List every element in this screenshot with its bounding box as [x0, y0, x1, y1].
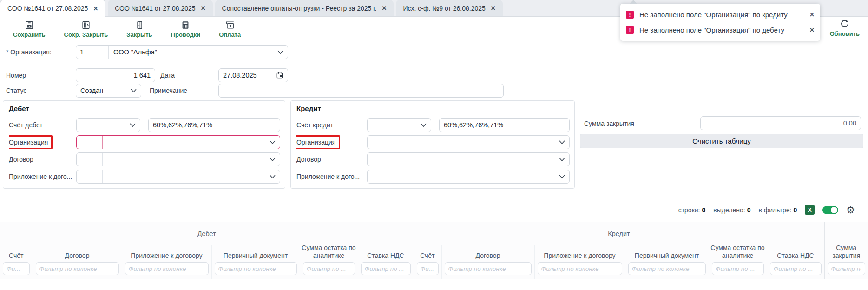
close-button[interactable]: Закрыть	[126, 20, 152, 38]
date-input[interactable]: 27.08.2025	[218, 68, 288, 82]
tab-label: СОО №1641 от 27.08.2025	[115, 5, 195, 12]
close-label: Закрыть	[126, 31, 152, 38]
error-icon: !	[626, 26, 634, 34]
notification-text: Не заполнено поле "Организация" по дебет…	[639, 26, 784, 34]
chevron-down-icon	[270, 153, 280, 166]
excel-export-icon[interactable]: X	[805, 205, 815, 215]
clear-table-button[interactable]: Очистить таблицу	[580, 134, 863, 148]
notification-close-icon[interactable]: ✕	[807, 26, 815, 33]
postings-button[interactable]: Проводки	[171, 20, 201, 38]
credit-contract-select[interactable]	[367, 152, 570, 166]
tab-close-icon[interactable]: ✕	[201, 5, 206, 12]
debit-contract-select[interactable]	[76, 152, 280, 166]
credit-account-select[interactable]	[367, 118, 431, 132]
column-header[interactable]: Первичный документ	[211, 245, 300, 279]
column-header[interactable]: Сумма остатка по аналитике	[709, 245, 767, 279]
tab-invoice[interactable]: Исх. с-ф. №9 от 26.08.2025 ✕	[396, 0, 502, 16]
column-filter-input[interactable]	[215, 262, 297, 275]
tab-close-icon[interactable]: ✕	[382, 5, 387, 12]
column-filter-input[interactable]	[628, 262, 706, 275]
save-close-button[interactable]: Сохр. Закрыть	[64, 20, 108, 38]
organization-code: 1	[76, 46, 109, 59]
closing-sum-input[interactable]	[700, 116, 861, 130]
notification-text: Не заполнено поле "Организация" по креди…	[639, 11, 788, 19]
debit-account-label: Счёт дебет	[9, 121, 76, 129]
column-header[interactable]: Договор	[441, 245, 534, 279]
app-window: { "tabs": [ {"label": "СОО №1641 от 27.0…	[0, 0, 868, 290]
number-input[interactable]	[76, 68, 155, 82]
number-label: Номер	[6, 72, 26, 79]
debit-annex-select[interactable]	[76, 170, 280, 184]
column-header[interactable]: Приложение к договору	[534, 245, 625, 279]
credit-annex-label: Приложение к дого...	[296, 173, 367, 180]
column-filter-input[interactable]	[828, 262, 866, 275]
column-header[interactable]: Ставка НДС	[767, 245, 824, 279]
closing-sum-label: Сумма закрытия	[584, 120, 634, 127]
credit-account-mask-input[interactable]	[439, 118, 570, 132]
tab-label: СОО №1641 от 27.08.2025	[7, 5, 88, 12]
note-input[interactable]	[218, 84, 504, 98]
column-filter-input[interactable]	[303, 262, 355, 275]
debit-account-mask-input[interactable]	[148, 118, 280, 132]
payment-button[interactable]: Оплата	[219, 20, 241, 38]
column-filter-input[interactable]	[770, 262, 822, 275]
column-header[interactable]: Ставка НДС	[358, 245, 414, 279]
chevron-down-icon	[270, 170, 280, 183]
column-header[interactable]: Сумма остатка по аналитике	[300, 245, 358, 279]
chevron-down-icon	[130, 119, 140, 132]
status-label: Статус	[6, 87, 26, 94]
debit-panel-title: Дебет	[9, 105, 280, 112]
debit-organization-label: Организация	[9, 135, 76, 149]
debit-organization-select[interactable]	[76, 135, 280, 149]
tab-label: Сопоставление оплаты-отгрузки - Реестр з…	[222, 5, 377, 12]
refresh-label: Обновить	[830, 30, 860, 37]
gear-icon[interactable]: ⚙	[846, 205, 855, 215]
column-filter-input[interactable]	[361, 262, 411, 275]
credit-organization-select[interactable]	[367, 135, 570, 149]
column-filter-input[interactable]	[445, 262, 532, 275]
column-filter-input[interactable]	[125, 262, 209, 275]
column-header[interactable]: Договор	[33, 245, 122, 279]
tab-close-icon[interactable]: ✕	[491, 5, 496, 12]
save-icon	[24, 20, 34, 30]
save-button[interactable]: Сохранить	[13, 20, 46, 38]
empty-group-header	[824, 222, 868, 245]
filtered-counter: в фильтре:0	[758, 206, 797, 214]
notification-close-icon[interactable]: ✕	[807, 11, 815, 18]
organization-value: ООО "Альфа"	[109, 46, 277, 59]
credit-account-label: Счёт кредит	[296, 121, 367, 129]
calendar-icon[interactable]	[276, 69, 288, 82]
filter-toggle[interactable]	[822, 206, 838, 214]
data-grid: Дебет Кредит Счёт Договор Приложение к д…	[0, 222, 868, 279]
debit-account-select[interactable]	[76, 118, 140, 132]
column-filter-input[interactable]	[712, 262, 764, 275]
column-filter-input[interactable]	[36, 262, 119, 275]
tab-document-2[interactable]: СОО №1641 от 27.08.2025 ✕	[108, 0, 212, 16]
tab-close-icon[interactable]: ✕	[93, 5, 98, 12]
door-close-icon	[134, 20, 145, 30]
red-highlight-box: Организация	[296, 135, 340, 149]
organization-select[interactable]: 1 ООО "Альфа"	[76, 45, 288, 59]
column-filter-input[interactable]	[538, 262, 622, 275]
credit-annex-select[interactable]	[367, 170, 570, 184]
credit-panel-title: Кредит	[296, 105, 570, 112]
save-close-icon	[81, 20, 91, 30]
column-header[interactable]: Счёт	[414, 245, 441, 279]
credit-contract-label: Договор	[296, 156, 367, 163]
toggle-knob	[831, 207, 837, 213]
column-header[interactable]: Приложение к договору	[122, 245, 211, 279]
column-filter-input[interactable]	[417, 262, 439, 275]
refresh-button[interactable]: Обновить	[830, 18, 860, 37]
money-icon	[225, 20, 235, 30]
column-header[interactable]: Первичный документ	[625, 245, 709, 279]
column-filter-input[interactable]	[3, 262, 30, 275]
date-label: Дата	[160, 72, 175, 79]
column-header[interactable]: Счёт	[0, 245, 33, 279]
tab-register[interactable]: Сопоставление оплаты-отгрузки - Реестр з…	[215, 0, 394, 16]
chevron-down-icon	[277, 46, 288, 59]
column-header[interactable]: Сумма закрытия	[824, 245, 868, 279]
notification-row: ! Не заполнено поле "Организация" по деб…	[626, 22, 815, 38]
tab-document-1[interactable]: СОО №1641 от 27.08.2025 ✕	[0, 0, 105, 17]
status-select[interactable]: Создан	[76, 84, 141, 98]
chevron-down-icon	[559, 153, 569, 166]
